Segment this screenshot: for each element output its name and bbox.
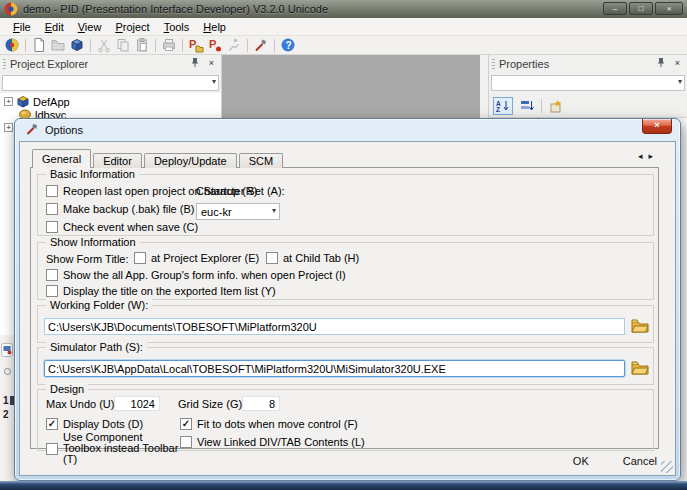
tab-scm[interactable]: SCM bbox=[239, 153, 283, 168]
project-explorer-title: Project Explorer bbox=[10, 58, 88, 70]
window-title: demo - PID (Presentation Interface Devel… bbox=[23, 3, 328, 15]
checkbox-box[interactable] bbox=[46, 285, 58, 297]
ok-button[interactable]: OK bbox=[567, 453, 595, 469]
checkbox-box[interactable] bbox=[46, 269, 58, 281]
menu-edit[interactable]: Edit bbox=[38, 19, 71, 35]
max-undo-input[interactable]: 1024 bbox=[114, 396, 160, 411]
maximize-button[interactable]: □ bbox=[629, 2, 653, 15]
mdi-empty-area bbox=[222, 55, 480, 119]
cancel-button[interactable]: Cancel bbox=[617, 453, 663, 469]
paste-icon[interactable] bbox=[134, 37, 150, 53]
checkbox-make-backup[interactable]: Make backup (.bak) file (B) bbox=[46, 203, 194, 215]
checkbox-at-project-explorer[interactable]: at Project Explorer (E) bbox=[134, 252, 259, 264]
expand-plus-icon[interactable]: + bbox=[4, 97, 13, 106]
app-logo-icon bbox=[4, 2, 18, 16]
simulator-path-input[interactable] bbox=[44, 360, 625, 377]
run-icon[interactable] bbox=[226, 37, 242, 53]
charset-value: euc-kr bbox=[201, 206, 232, 218]
import-project-icon[interactable]: P bbox=[188, 37, 204, 53]
menu-help[interactable]: Help bbox=[196, 19, 233, 35]
checkbox-box[interactable] bbox=[266, 252, 278, 264]
checkbox-display-dots[interactable]: ✓ Display Dots (D) bbox=[46, 418, 143, 430]
pin-icon[interactable] bbox=[188, 57, 201, 70]
checkbox-box[interactable] bbox=[46, 203, 58, 215]
pin-icon[interactable] bbox=[654, 57, 667, 70]
copy-icon[interactable] bbox=[115, 37, 131, 53]
menu-project[interactable]: Project bbox=[108, 19, 156, 35]
options-dialog: Options × General Editor Deploy/Update S… bbox=[14, 118, 681, 481]
checkbox-label: at Child Tab (H) bbox=[283, 252, 359, 264]
menu-file[interactable]: File bbox=[6, 19, 38, 35]
open-file-icon[interactable] bbox=[50, 37, 66, 53]
close-button[interactable]: × bbox=[655, 2, 683, 15]
checkbox-display-exported-title[interactable]: Display the title on the exported Item l… bbox=[46, 285, 276, 297]
resize-grip[interactable] bbox=[661, 461, 673, 473]
minimize-button[interactable]: – bbox=[603, 2, 627, 15]
tab-editor[interactable]: Editor bbox=[93, 153, 142, 168]
checkbox-label: View Linked DIV/TAB Contents (L) bbox=[197, 436, 365, 448]
dialog-title: Options bbox=[45, 124, 83, 136]
checkbox-box[interactable] bbox=[46, 185, 58, 197]
close-icon[interactable]: × bbox=[671, 57, 684, 70]
checkbox-box[interactable] bbox=[46, 221, 58, 233]
tab-deploy-update[interactable]: Deploy/Update bbox=[144, 153, 237, 168]
chevron-down-icon[interactable]: ▾ bbox=[212, 77, 216, 86]
main-titlebar: demo - PID (Presentation Interface Devel… bbox=[0, 0, 687, 18]
grid-size-input[interactable]: 8 bbox=[242, 396, 280, 411]
menu-view[interactable]: View bbox=[71, 19, 109, 35]
gutter-circle-icon bbox=[4, 368, 11, 375]
checkbox-box[interactable] bbox=[134, 252, 146, 264]
checkbox-component-toolbox[interactable]: Use Component Toolbox instead Toolbar (T… bbox=[46, 432, 179, 465]
dialog-close-button[interactable]: × bbox=[642, 119, 672, 134]
browse-folder-icon[interactable] bbox=[631, 360, 649, 376]
sort-categorized-icon[interactable] bbox=[517, 97, 537, 115]
property-pages-icon[interactable] bbox=[546, 97, 566, 115]
export-project-icon[interactable]: P bbox=[207, 37, 223, 53]
toolbar-separator bbox=[182, 39, 183, 52]
mip-app-icon[interactable] bbox=[4, 37, 20, 53]
tab-scroll-right-icon[interactable]: ▸ bbox=[648, 151, 653, 161]
dialog-client: General Editor Deploy/Update SCM ◂ ▸ Bas… bbox=[19, 141, 676, 476]
checkbox-check-event[interactable]: Check event when save (C) bbox=[46, 221, 198, 233]
tab-page-general: Basic Information Reopen last open proje… bbox=[30, 167, 659, 449]
checkbox-at-child-tab[interactable]: at Child Tab (H) bbox=[266, 252, 359, 264]
sort-alphabetical-icon[interactable]: AZ bbox=[493, 97, 513, 115]
checkbox-fit-to-dots[interactable]: ✓ Fit to dots when move control (F) bbox=[180, 418, 358, 430]
checkbox-box[interactable]: ✓ bbox=[46, 418, 58, 430]
checkbox-label: Display the title on the exported Item l… bbox=[63, 285, 276, 297]
checkbox-box[interactable] bbox=[46, 443, 58, 455]
chevron-down-icon[interactable]: ▾ bbox=[272, 206, 276, 215]
tab-general[interactable]: General bbox=[32, 149, 91, 168]
browse-folder-icon[interactable] bbox=[631, 318, 649, 334]
tab-scroll-left-icon[interactable]: ◂ bbox=[638, 151, 643, 161]
help-icon[interactable]: ? bbox=[280, 37, 296, 53]
tree-item-label: DefApp bbox=[33, 96, 70, 108]
charset-combobox[interactable]: euc-kr ▾ bbox=[196, 203, 280, 220]
menu-tools[interactable]: Tools bbox=[157, 19, 197, 35]
checkbox-show-all-app-group[interactable]: Show the all App. Group's form info. whe… bbox=[46, 269, 346, 281]
tree-item-defapp[interactable]: + DefApp bbox=[4, 95, 70, 108]
print-icon[interactable] bbox=[161, 37, 177, 53]
project-explorer-combo[interactable]: ▾ bbox=[2, 75, 219, 91]
properties-header: Properties × bbox=[489, 55, 687, 73]
checkbox-box[interactable] bbox=[180, 436, 192, 448]
group-legend: Show Information bbox=[46, 236, 140, 248]
toolbar-separator bbox=[274, 39, 275, 52]
properties-combo[interactable]: ▾ bbox=[491, 75, 685, 91]
project-cube-icon[interactable] bbox=[69, 37, 85, 53]
close-icon[interactable]: × bbox=[205, 57, 218, 70]
options-wrench-icon[interactable] bbox=[253, 37, 269, 53]
group-design: Design Max Undo (U): 1024 Grid Size (G):… bbox=[37, 389, 654, 451]
working-folder-input[interactable] bbox=[44, 318, 625, 335]
checkbox-label: Display Dots (D) bbox=[63, 418, 143, 430]
checkbox-box[interactable]: ✓ bbox=[180, 418, 192, 430]
checkbox-view-linked[interactable]: View Linked DIV/TAB Contents (L) bbox=[180, 436, 365, 448]
expand-plus-icon[interactable]: + bbox=[4, 123, 13, 132]
cut-icon[interactable] bbox=[96, 37, 112, 53]
new-file-icon[interactable] bbox=[31, 37, 47, 53]
svg-text:?: ? bbox=[286, 40, 292, 51]
tab-scroll-buttons: ◂ ▸ bbox=[638, 151, 653, 161]
group-simulator-path: Simulator Path (S): bbox=[37, 347, 654, 385]
chevron-down-icon[interactable]: ▾ bbox=[678, 77, 682, 86]
properties-title: Properties bbox=[499, 58, 549, 70]
